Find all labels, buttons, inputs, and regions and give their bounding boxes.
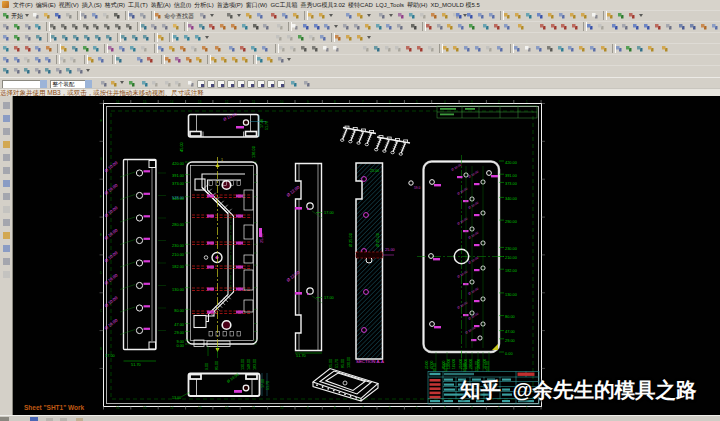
svg-text:Ø 10.00: Ø 10.00 (468, 231, 480, 240)
svg-text:420.00: 420.00 (505, 160, 518, 165)
svg-text:391.00: 391.00 (505, 173, 518, 178)
svg-text:47.00: 47.00 (430, 361, 434, 369)
svg-text:85.00: 85.00 (215, 361, 219, 370)
svg-text:373.00: 373.00 (505, 181, 518, 186)
svg-text:420.00: 420.00 (172, 161, 185, 166)
svg-text:14: 14 (170, 406, 174, 410)
svg-text:230.00: 230.00 (505, 246, 518, 251)
svg-text:12: 12 (225, 406, 229, 410)
svg-text:25.00: 25.00 (329, 359, 333, 368)
svg-text:47.00: 47.00 (505, 329, 516, 334)
svg-text:Ø 10.00: Ø 10.00 (222, 111, 238, 122)
svg-text:17.00: 17.00 (261, 379, 265, 388)
svg-text:230.00: 230.00 (172, 243, 185, 248)
svg-text:340.00: 340.00 (477, 359, 481, 369)
svg-text:F: F (100, 195, 102, 199)
svg-text:373.00: 373.00 (483, 359, 487, 369)
svg-text:51.70: 51.70 (131, 362, 142, 367)
svg-text:H: H (100, 119, 102, 123)
svg-text:Ø 10.00: Ø 10.00 (457, 187, 469, 196)
svg-text:16: 16 (116, 406, 120, 410)
svg-text:Ø 12.00: Ø 12.00 (286, 184, 301, 198)
svg-text:183.00: 183.00 (253, 359, 257, 370)
svg-text:G: G (100, 157, 103, 161)
svg-text:11: 11 (252, 100, 255, 104)
svg-text:51.78: 51.78 (265, 121, 269, 130)
svg-text:D: D (100, 271, 103, 275)
svg-text:51.70: 51.70 (335, 359, 339, 368)
svg-text:Ø 10.00: Ø 10.00 (468, 170, 480, 179)
svg-text:Ø 10.00: Ø 10.00 (451, 163, 463, 172)
svg-text:29.00: 29.00 (174, 330, 185, 335)
svg-text:51.70: 51.70 (266, 381, 270, 390)
svg-text:Ø 10.00: Ø 10.00 (457, 270, 469, 279)
svg-text:130.00: 130.00 (447, 359, 451, 369)
svg-text:1: 1 (221, 158, 223, 162)
svg-text:13: 13 (198, 100, 202, 104)
svg-text:130.00: 130.00 (347, 357, 351, 368)
svg-text:10: 10 (280, 100, 284, 104)
svg-text:80.00: 80.00 (174, 308, 185, 313)
svg-text:11: 11 (252, 406, 255, 410)
svg-text:Ø 10.00: Ø 10.00 (226, 373, 239, 384)
svg-text:10: 10 (280, 406, 284, 410)
svg-text:85.00: 85.00 (341, 359, 345, 368)
svg-text:290.00: 290.00 (469, 359, 473, 369)
svg-text:Ø 10.00: Ø 10.00 (457, 301, 469, 310)
svg-text:13: 13 (198, 406, 202, 410)
svg-text:148.00: 148.00 (247, 359, 251, 370)
svg-text:130.00: 130.00 (505, 292, 518, 297)
svg-text:373.00: 373.00 (172, 181, 185, 186)
svg-text:Ø 10.00: Ø 10.00 (465, 326, 477, 335)
svg-text:51.70: 51.70 (296, 353, 307, 358)
svg-text:290.00: 290.00 (505, 219, 518, 224)
svg-text:210.00: 210.00 (172, 252, 185, 257)
svg-text:130.00: 130.00 (241, 359, 245, 370)
svg-text:45.00: 45.00 (179, 141, 184, 152)
svg-text:Ø 25.00: Ø 25.00 (348, 232, 353, 247)
svg-text:Ø 12.00: Ø 12.00 (286, 269, 301, 283)
svg-text:15: 15 (143, 100, 147, 104)
svg-text:340.00: 340.00 (505, 196, 518, 201)
svg-text:C: C (100, 309, 103, 313)
svg-text:E: E (100, 233, 102, 237)
svg-text:230.00: 230.00 (464, 359, 468, 369)
svg-text:528.00: 528.00 (172, 195, 185, 200)
svg-text:Ø 10.00: Ø 10.00 (457, 217, 469, 226)
svg-text:Ø 25.00: Ø 25.00 (375, 232, 380, 247)
svg-text:25.00: 25.00 (370, 169, 379, 173)
svg-text:9.00: 9.00 (205, 363, 209, 370)
svg-text:Ø 16.00: Ø 16.00 (104, 227, 119, 241)
svg-text:17.00: 17.00 (105, 353, 116, 358)
svg-text:17.00: 17.00 (324, 210, 335, 215)
svg-text:B: B (100, 347, 102, 351)
svg-text:210.00: 210.00 (459, 359, 463, 369)
svg-text:210.00: 210.00 (505, 255, 518, 260)
svg-text:25.00: 25.00 (425, 361, 429, 369)
svg-text:280.00: 280.00 (172, 222, 185, 227)
svg-text:Ø 10.00: Ø 10.00 (468, 287, 480, 296)
svg-text:17.00: 17.00 (324, 295, 335, 300)
svg-text:182.00: 182.00 (505, 268, 518, 273)
svg-text:0.00: 0.00 (176, 343, 184, 348)
svg-text:25.00: 25.00 (385, 247, 396, 252)
svg-text:182.00: 182.00 (172, 264, 185, 269)
svg-text:80.00: 80.00 (505, 314, 516, 319)
svg-text:29.00: 29.00 (505, 338, 516, 343)
svg-text:130.00: 130.00 (172, 287, 185, 292)
svg-text:0.00: 0.00 (505, 351, 513, 356)
svg-text:80.00: 80.00 (442, 361, 446, 369)
svg-text:15: 15 (143, 406, 147, 410)
svg-text:182.00: 182.00 (452, 359, 456, 369)
svg-text:13.00: 13.00 (172, 396, 181, 400)
svg-text:59.0: 59.0 (414, 186, 420, 190)
svg-text:17.46: 17.46 (260, 119, 264, 128)
svg-text:12: 12 (225, 100, 229, 104)
svg-text:Ø 10.00: Ø 10.00 (468, 312, 480, 321)
svg-text:Sheet "SHT1" Work: Sheet "SHT1" Work (24, 404, 85, 411)
svg-text:SECTION A-A: SECTION A-A (356, 359, 384, 364)
svg-text:14: 14 (170, 100, 174, 104)
svg-text:391.00: 391.00 (172, 173, 185, 178)
svg-text:16: 16 (116, 100, 120, 104)
svg-text:136.00: 136.00 (251, 145, 256, 158)
